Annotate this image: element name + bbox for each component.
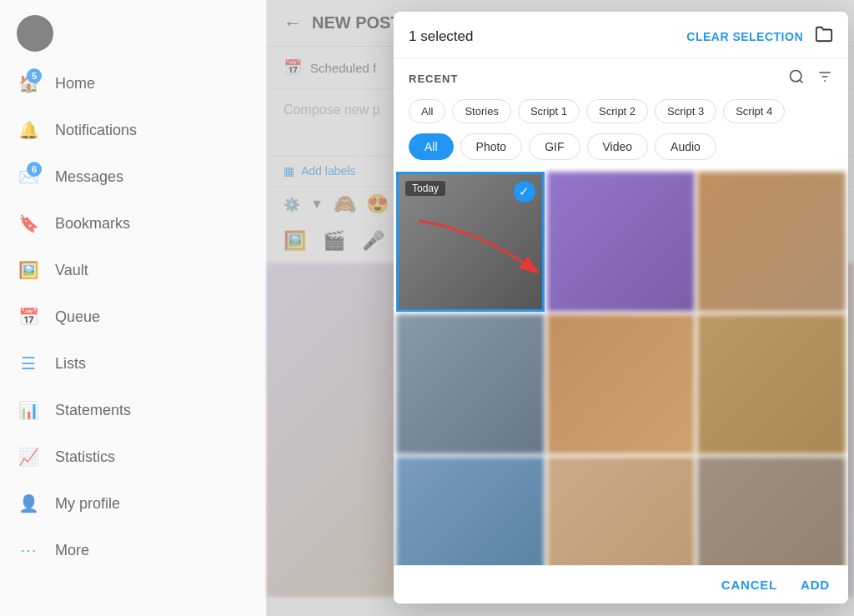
media-item-5[interactable] [547, 314, 696, 454]
sidebar-item-lists[interactable]: ☰ Lists [0, 340, 266, 387]
sidebar-item-notifications[interactable]: 🔔 Notifications [0, 107, 266, 153]
script-tabs: All Stories Script 1 Script 2 Script 3 S… [394, 96, 848, 130]
media-type-tabs: All Photo GIF Video Audio [394, 130, 848, 168]
sidebar-item-label: Notifications [55, 122, 137, 139]
tab-gif[interactable]: GIF [529, 133, 580, 160]
avatar[interactable] [17, 15, 53, 52]
section-icons [788, 68, 833, 89]
media-grid: Today ✓ [394, 168, 848, 565]
tab-stories[interactable]: Stories [452, 99, 510, 123]
tab-photo[interactable]: Photo [460, 133, 523, 160]
sidebar-item-label: More [55, 542, 89, 559]
tab-script3[interactable]: Script 3 [655, 99, 716, 123]
notifications-icon: 🔔 [17, 118, 40, 142]
sidebar-item-label: My profile [55, 495, 120, 513]
home-badge: 5 [27, 68, 42, 83]
lists-icon: ☰ [17, 352, 40, 375]
tab-audio[interactable]: Audio [655, 133, 716, 160]
tab-script1[interactable]: Script 1 [518, 99, 580, 123]
statements-icon: 📊 [17, 398, 40, 422]
svg-point-0 [791, 71, 801, 82]
selected-checkmark: ✓ [514, 181, 535, 203]
tab-video[interactable]: Video [587, 133, 649, 160]
search-button[interactable] [788, 68, 805, 89]
sidebar-item-label: Statistics [55, 448, 115, 466]
media-item-7[interactable] [396, 457, 545, 565]
dialog-footer: CANCEL ADD [394, 565, 848, 603]
sidebar-item-statistics[interactable]: 📈 Statistics [0, 433, 266, 480]
tab-all-scripts[interactable]: All [409, 99, 445, 123]
tab-script4[interactable]: Script 4 [723, 99, 785, 123]
dialog-section-header: RECENT [394, 58, 848, 96]
selected-count: 1 selected [409, 28, 474, 45]
media-picker-dialog: 1 selected CLEAR SELECTION RECENT [394, 12, 848, 603]
media-item-4[interactable] [396, 314, 545, 454]
media-item-2[interactable] [547, 172, 696, 312]
cancel-button[interactable]: CANCEL [721, 578, 777, 592]
sidebar-item-more[interactable]: ⋯ More [0, 527, 266, 573]
sidebar-item-label: Home [55, 75, 95, 93]
sidebar: 🏠 Home 5 🔔 Notifications ✉️ Messages 6 🔖… [0, 0, 267, 616]
sidebar-item-label: Vault [55, 262, 88, 279]
media-item-3[interactable] [697, 172, 846, 312]
media-item-6[interactable] [697, 314, 846, 454]
dialog-header: 1 selected CLEAR SELECTION [394, 12, 848, 58]
media-item-8[interactable] [547, 457, 696, 565]
media-item-9[interactable] [697, 457, 846, 565]
statistics-icon: 📈 [17, 445, 40, 468]
svg-line-1 [800, 80, 803, 83]
sidebar-item-label: Bookmarks [55, 215, 130, 233]
sidebar-item-bookmarks[interactable]: 🔖 Bookmarks [0, 200, 266, 247]
sidebar-item-home[interactable]: 🏠 Home 5 [0, 60, 266, 107]
dialog-header-actions: CLEAR SELECTION [686, 25, 833, 48]
sidebar-item-label: Lists [55, 355, 86, 373]
add-button[interactable]: ADD [801, 578, 830, 592]
sidebar-item-statements[interactable]: 📊 Statements [0, 387, 266, 433]
media-grid-inner: Today ✓ [394, 172, 848, 565]
sidebar-item-messages[interactable]: ✉️ Messages 6 [0, 153, 266, 200]
sidebar-item-label: Queue [55, 308, 100, 326]
folder-icon[interactable] [815, 25, 833, 48]
filter-button[interactable] [816, 68, 833, 89]
bookmarks-icon: 🔖 [17, 212, 40, 235]
clear-selection-button[interactable]: CLEAR SELECTION [686, 30, 803, 43]
today-label: Today [405, 181, 445, 196]
tab-all-media[interactable]: All [409, 133, 454, 160]
sidebar-item-label: Messages [55, 168, 123, 186]
media-item-1[interactable]: Today ✓ [396, 172, 545, 312]
profile-icon: 👤 [17, 492, 40, 515]
vault-icon: 🖼️ [17, 258, 40, 282]
queue-icon: 📅 [17, 305, 40, 328]
sidebar-item-my-profile[interactable]: 👤 My profile [0, 480, 266, 527]
sidebar-item-label: Statements [55, 402, 131, 419]
sidebar-item-vault[interactable]: 🖼️ Vault [0, 247, 266, 293]
messages-badge: 6 [27, 162, 42, 177]
more-icon: ⋯ [17, 538, 40, 562]
tab-script2[interactable]: Script 2 [586, 99, 648, 123]
sidebar-item-queue[interactable]: 📅 Queue [0, 293, 266, 340]
recent-label: RECENT [409, 73, 458, 85]
